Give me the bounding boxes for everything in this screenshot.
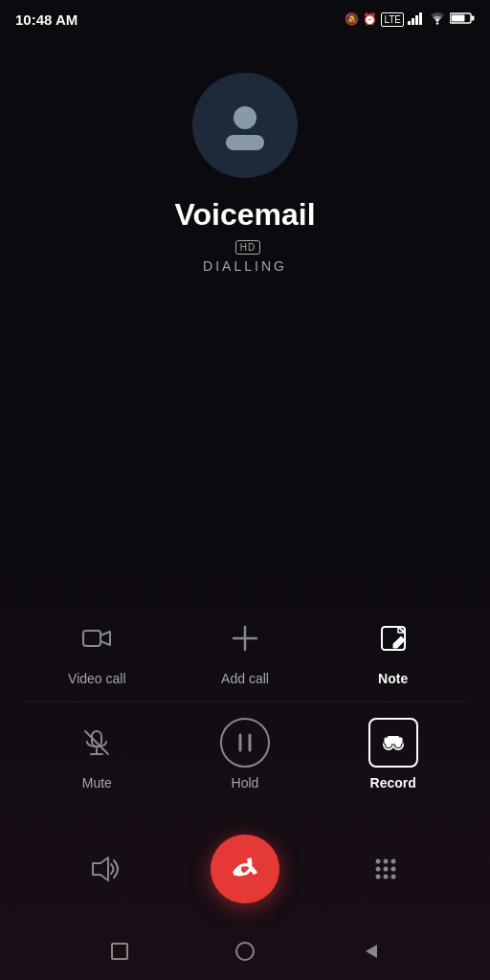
- controls-section: Video call Add call: [0, 598, 490, 806]
- svg-rect-1: [412, 18, 414, 25]
- mute-label: Mute: [82, 775, 112, 791]
- wifi-icon: [429, 11, 446, 28]
- speaker-button[interactable]: [78, 842, 131, 896]
- action-bar: [0, 815, 490, 923]
- contact-name: Voicemail: [174, 197, 315, 233]
- avatar: [192, 73, 298, 178]
- svg-rect-9: [226, 135, 264, 150]
- battery-icon: [450, 11, 475, 27]
- dialpad-button[interactable]: [359, 842, 412, 896]
- video-call-icon: [72, 613, 122, 663]
- svg-point-24: [387, 743, 390, 746]
- svg-point-34: [375, 875, 380, 880]
- note-label: Note: [378, 671, 408, 686]
- svg-rect-7: [452, 15, 465, 22]
- svg-point-25: [396, 743, 400, 746]
- svg-point-32: [383, 867, 388, 872]
- alarm-icon: 🔕: [345, 12, 359, 26]
- svg-rect-0: [408, 21, 411, 25]
- svg-point-8: [234, 106, 256, 129]
- svg-marker-39: [366, 945, 377, 958]
- hold-icon: [220, 718, 270, 768]
- svg-marker-27: [93, 858, 108, 880]
- note-icon: [368, 613, 418, 663]
- video-call-button[interactable]: Video call: [49, 613, 145, 686]
- call-status: DIALLING: [203, 258, 287, 274]
- end-call-button[interactable]: [211, 835, 279, 903]
- svg-point-33: [390, 867, 395, 872]
- svg-rect-37: [112, 944, 127, 959]
- svg-point-31: [375, 867, 380, 872]
- add-call-button[interactable]: Add call: [197, 613, 293, 686]
- clock-icon: ⏰: [363, 12, 377, 26]
- recent-apps-button[interactable]: [106, 938, 133, 965]
- mute-icon: [72, 718, 122, 768]
- add-call-label: Add call: [221, 671, 269, 686]
- status-time: 10:48 AM: [15, 11, 78, 28]
- video-call-label: Video call: [68, 671, 125, 686]
- back-button[interactable]: [357, 938, 384, 965]
- svg-rect-6: [472, 16, 475, 21]
- nav-bar: [0, 923, 490, 980]
- controls-row-1: Video call Add call: [23, 598, 467, 702]
- mute-button[interactable]: Mute: [49, 718, 145, 791]
- svg-rect-3: [419, 12, 422, 25]
- svg-point-29: [383, 859, 388, 864]
- hd-badge-row: HD: [230, 240, 260, 255]
- hold-label: Hold: [232, 775, 259, 791]
- record-label: Record: [370, 775, 416, 791]
- controls-row-2: Mute Hold: [23, 702, 467, 806]
- volte-icon: LTE: [381, 12, 404, 27]
- signal-icon: [408, 11, 425, 28]
- svg-point-30: [390, 859, 395, 864]
- record-icon: [368, 718, 418, 768]
- hd-badge: HD: [235, 240, 260, 255]
- svg-point-38: [236, 943, 254, 960]
- svg-point-36: [390, 875, 395, 880]
- add-call-icon: [220, 613, 270, 663]
- note-button[interactable]: Note: [345, 613, 441, 686]
- home-button[interactable]: [232, 938, 258, 965]
- svg-rect-10: [83, 631, 100, 646]
- status-bar: 10:48 AM 🔕 ⏰ LTE: [0, 0, 490, 34]
- status-icons: 🔕 ⏰ LTE: [345, 11, 475, 28]
- contact-area: Voicemail HD DIALLING: [0, 34, 490, 274]
- record-button[interactable]: Record: [345, 718, 441, 791]
- svg-point-4: [436, 22, 438, 24]
- svg-point-28: [375, 859, 380, 864]
- svg-rect-2: [415, 15, 418, 25]
- svg-point-35: [383, 875, 388, 880]
- hold-button[interactable]: Hold: [197, 718, 293, 791]
